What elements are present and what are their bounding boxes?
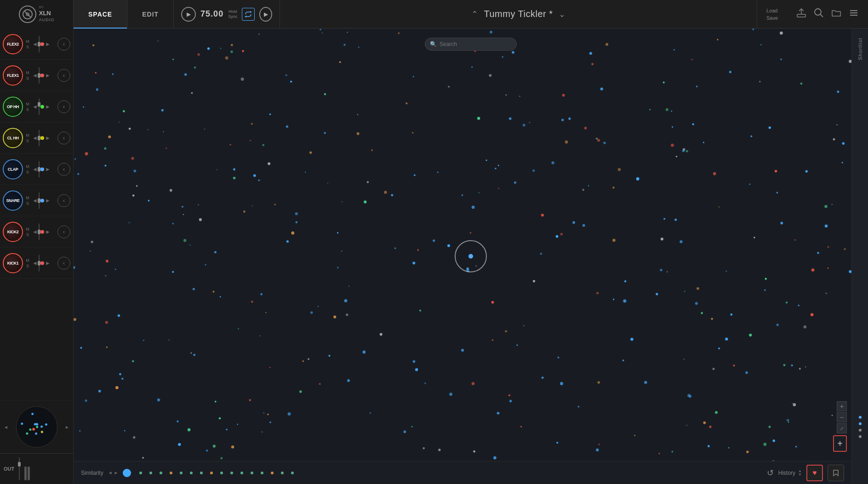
sim-dot-3[interactable] <box>160 472 162 474</box>
sim-arrow-left[interactable]: ◄ <box>108 470 113 475</box>
search-input[interactable] <box>440 41 512 47</box>
kick1-arrow-left[interactable]: ◄ <box>32 260 38 266</box>
load-button[interactable]: Load <box>765 7 780 14</box>
sim-dot-8[interactable] <box>210 472 213 474</box>
preset-nav-up[interactable]: ⌃ <box>469 9 480 20</box>
play2-button[interactable]: ▶ <box>259 8 272 21</box>
sim-dot-1[interactable] <box>139 472 142 474</box>
save-button[interactable]: Save <box>765 15 780 21</box>
cl-hh-expand[interactable]: ‹ <box>57 132 70 144</box>
main-space[interactable]: 🔍 + + − ⤢ Shortlist Similarity ◄ ► <box>74 29 868 484</box>
pad-cl-hh[interactable]: CL HH <box>3 128 23 148</box>
op-hh-fader[interactable] <box>39 98 40 115</box>
sim-dot-6[interactable] <box>190 472 193 474</box>
flex1-arrow-left[interactable]: ◄ <box>32 72 38 79</box>
kick2-expand[interactable]: ‹ <box>57 225 70 238</box>
kick2-mute[interactable]: M <box>25 227 30 231</box>
xy-arrow-right[interactable]: ► <box>65 425 69 430</box>
pad-snare[interactable]: SNARE <box>3 190 23 211</box>
op-hh-arrow-left[interactable]: ◄ <box>32 104 38 110</box>
flex2-solo[interactable]: S <box>25 45 30 49</box>
pad-kick1[interactable]: KICK1 <box>3 253 23 273</box>
sim-dot-2[interactable] <box>149 472 152 474</box>
flex2-expand[interactable]: ‹ <box>57 38 70 51</box>
op-hh-arrow-right[interactable]: ► <box>45 104 51 110</box>
kick1-expand[interactable]: ‹ <box>57 257 70 270</box>
clap-arrow-left[interactable]: ◄ <box>32 166 38 173</box>
logo-icon[interactable] <box>19 6 36 23</box>
op-hh-expand[interactable]: ‹ <box>57 100 70 113</box>
sim-dot-14[interactable] <box>271 472 274 474</box>
sim-arrow-right[interactable]: ► <box>114 470 119 475</box>
pad-kick2[interactable]: KICK2 <box>3 222 23 242</box>
kick2-solo[interactable]: S <box>25 232 30 237</box>
cl-hh-arrow-right[interactable]: ► <box>45 135 51 141</box>
sim-dot-16[interactable] <box>291 472 294 474</box>
kick2-arrow-left[interactable]: ◄ <box>32 229 38 235</box>
flex2-arrow-left[interactable]: ◄ <box>32 41 38 47</box>
sim-dot-9[interactable] <box>220 472 223 474</box>
zoom-in-button[interactable]: + <box>837 401 847 411</box>
flex1-expand[interactable]: ‹ <box>57 69 70 82</box>
favorite-button[interactable]: ♥ <box>806 465 823 481</box>
kick1-fader[interactable] <box>39 255 40 271</box>
snare-fader[interactable] <box>39 192 40 209</box>
cl-hh-mute[interactable]: M <box>25 133 30 138</box>
folder-icon[interactable] <box>831 8 841 20</box>
flex2-mute[interactable]: M <box>25 39 30 44</box>
add-button[interactable]: + <box>833 435 847 452</box>
sim-dot-4[interactable] <box>170 472 172 474</box>
sim-dot-12[interactable] <box>251 472 253 474</box>
zoom-out-button[interactable]: − <box>837 412 847 422</box>
similarity-active-dot[interactable] <box>123 469 131 477</box>
menu-icon[interactable] <box>849 8 859 20</box>
pad-op-hh[interactable]: OP HH <box>3 97 23 117</box>
op-hh-mute[interactable]: M <box>25 102 30 106</box>
pad-clap[interactable]: CLAP <box>3 159 23 179</box>
flex1-solo[interactable]: S <box>25 76 30 81</box>
flex1-fader[interactable] <box>39 67 40 84</box>
sim-dot-11[interactable] <box>240 472 243 474</box>
clap-expand[interactable]: ‹ <box>57 163 70 176</box>
shortlist-label[interactable]: Shortlist <box>857 38 863 60</box>
preset-nav-down[interactable]: ⌄ <box>557 9 568 20</box>
sim-dot-5[interactable] <box>180 472 183 474</box>
flex1-arrow-right[interactable]: ► <box>45 72 51 79</box>
tab-space[interactable]: SPACE <box>74 0 127 29</box>
sim-dot-15[interactable] <box>281 472 284 474</box>
snare-solo[interactable]: S <box>25 201 30 206</box>
kick2-arrow-right[interactable]: ► <box>45 229 51 235</box>
search-icon[interactable] <box>814 8 824 20</box>
pad-flex1[interactable]: FLEX1 <box>3 65 23 86</box>
pad-flex2[interactable]: FLEX2 <box>3 34 23 54</box>
snare-expand[interactable]: ‹ <box>57 194 70 207</box>
kick1-solo[interactable]: S <box>25 264 30 268</box>
clap-arrow-right[interactable]: ► <box>45 166 51 173</box>
flex2-fader[interactable] <box>39 36 40 52</box>
cl-hh-solo[interactable]: S <box>25 138 30 143</box>
flex1-mute[interactable]: M <box>25 70 30 75</box>
loop-icon[interactable] <box>242 8 255 21</box>
export-icon[interactable] <box>796 8 806 20</box>
sim-dot-13[interactable] <box>261 472 263 474</box>
flex2-arrow-right[interactable]: ► <box>45 41 51 47</box>
snare-mute[interactable]: M <box>25 196 30 200</box>
clap-mute[interactable]: M <box>25 164 30 169</box>
op-hh-solo[interactable]: S <box>25 107 30 112</box>
tab-edit[interactable]: EDIT <box>127 0 174 29</box>
kick1-arrow-right[interactable]: ► <box>45 260 51 266</box>
center-selector-circle[interactable] <box>455 240 487 272</box>
history-down[interactable]: ▼ <box>798 473 802 477</box>
clap-fader[interactable] <box>39 161 40 178</box>
kick2-fader[interactable] <box>39 224 40 240</box>
snare-arrow-right[interactable]: ► <box>45 197 51 204</box>
sim-dot-10[interactable] <box>230 472 233 474</box>
sim-dot-7[interactable] <box>200 472 203 474</box>
bpm-display[interactable]: 75.00 <box>200 9 223 19</box>
play-button[interactable]: ▶ <box>181 7 196 22</box>
snare-arrow-left[interactable]: ◄ <box>32 197 38 204</box>
xy-arrow-left[interactable]: ◄ <box>4 425 8 430</box>
mini-xy-pad[interactable] <box>16 406 57 448</box>
output-fader[interactable] <box>19 457 20 480</box>
fit-button[interactable]: ⤢ <box>837 423 847 433</box>
